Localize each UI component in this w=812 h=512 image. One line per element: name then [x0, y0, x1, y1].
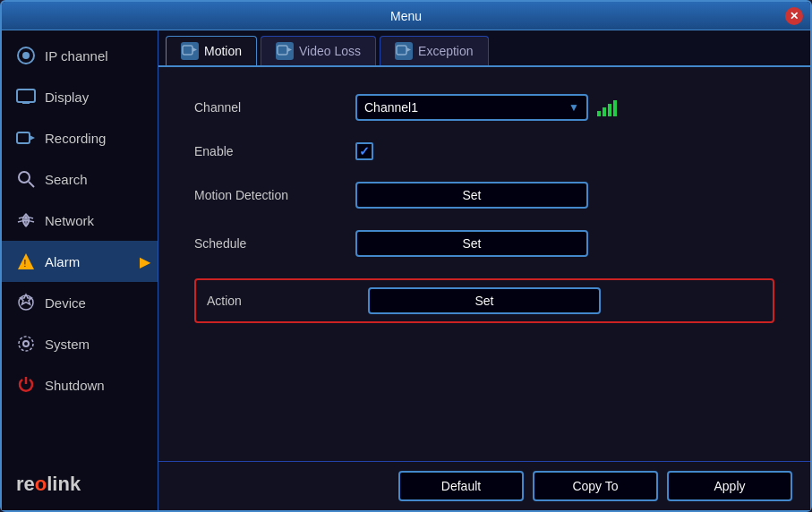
svg-rect-3 — [22, 102, 30, 104]
sidebar-label-recording: Recording — [45, 131, 106, 146]
bar3 — [608, 104, 611, 116]
bar2 — [603, 107, 606, 116]
svg-point-6 — [19, 172, 30, 183]
display-icon — [16, 87, 36, 107]
sidebar-item-ip-channel[interactable]: IP channel — [2, 35, 158, 76]
motion-tab-icon — [181, 42, 199, 60]
channel-row: Channel Channel1 ▼ — [194, 94, 774, 121]
channel-label: Channel — [194, 100, 355, 115]
enable-label: Enable — [194, 144, 355, 158]
action-control: Set — [368, 287, 762, 314]
title-bar: Menu ✕ — [2, 2, 810, 30]
system-icon — [16, 334, 36, 354]
sidebar-item-search[interactable]: Search — [2, 158, 158, 200]
sidebar-label-shutdown: Shutdown — [45, 378, 105, 393]
svg-point-13 — [19, 337, 33, 351]
sidebar-label-system: System — [45, 337, 90, 352]
signal-bars-icon — [597, 98, 617, 116]
motion-detection-control: Set — [355, 182, 774, 209]
schedule-control: Set — [355, 230, 774, 257]
sidebar-item-display[interactable]: Display — [2, 76, 158, 117]
video-loss-tab-icon — [276, 42, 294, 60]
copy-to-button[interactable]: Copy To — [533, 471, 658, 501]
network-icon — [16, 210, 36, 230]
svg-text:!: ! — [24, 259, 27, 269]
search-icon — [16, 169, 36, 189]
copy-to-button-label: Copy To — [572, 479, 618, 493]
bottom-bar: Default Copy To Apply — [158, 461, 810, 510]
window-title: Menu — [390, 9, 422, 23]
tab-exception[interactable]: Exception — [380, 36, 488, 65]
schedule-set-button[interactable]: Set — [355, 230, 588, 257]
tab-motion[interactable]: Motion — [166, 36, 257, 65]
ip-channel-icon — [16, 46, 36, 65]
sidebar-item-device[interactable]: Device — [2, 282, 158, 323]
schedule-label: Schedule — [194, 236, 355, 251]
schedule-row: Schedule Set — [194, 230, 774, 257]
bar1 — [597, 111, 601, 116]
form-content: Channel Channel1 ▼ — [158, 67, 810, 461]
sidebar-label-search: Search — [45, 172, 88, 187]
svg-line-7 — [29, 182, 34, 187]
dropdown-arrow-icon: ▼ — [568, 101, 579, 114]
main-window: Menu ✕ IP channel Display — [0, 0, 812, 512]
svg-point-12 — [23, 341, 29, 346]
exception-tab-icon — [395, 42, 413, 60]
svg-rect-17 — [278, 46, 287, 55]
action-set-button[interactable]: Set — [368, 287, 601, 314]
alarm-icon: ! — [16, 252, 36, 271]
apply-button-label: Apply — [714, 479, 745, 493]
default-button-label: Default — [441, 479, 481, 493]
sidebar-label-ip-channel: IP channel — [45, 48, 108, 64]
enable-row: Enable — [194, 142, 774, 160]
action-row: Action Set — [194, 278, 774, 323]
motion-detection-label: Motion Detection — [194, 188, 355, 202]
device-icon — [16, 293, 36, 312]
action-label: Action — [207, 294, 368, 308]
svg-rect-2 — [17, 90, 35, 102]
channel-dropdown[interactable]: Channel1 ▼ — [355, 94, 588, 121]
tab-video-loss-label: Video Loss — [299, 44, 361, 58]
tabs-bar: Motion Video Loss Exception — [158, 30, 810, 67]
logo-text-link: link — [47, 473, 81, 496]
shutdown-icon — [16, 375, 36, 395]
apply-button[interactable]: Apply — [667, 471, 792, 501]
sidebar-label-network: Network — [45, 213, 94, 228]
tab-motion-label: Motion — [204, 44, 242, 58]
tab-exception-label: Exception — [418, 44, 473, 58]
bar4 — [613, 100, 617, 116]
svg-marker-5 — [30, 135, 35, 141]
action-set-label: Set — [474, 294, 493, 308]
default-button[interactable]: Default — [398, 471, 524, 501]
svg-point-1 — [22, 52, 30, 59]
tab-video-loss[interactable]: Video Loss — [261, 36, 376, 65]
recording-icon — [16, 128, 36, 148]
sidebar: IP channel Display Recording Search — [2, 30, 158, 510]
sidebar-item-recording[interactable]: Recording — [2, 117, 158, 158]
svg-marker-18 — [287, 47, 292, 52]
svg-marker-16 — [192, 47, 197, 52]
sidebar-label-device: Device — [45, 295, 86, 311]
schedule-set-label: Set — [462, 236, 481, 251]
motion-detection-set-label: Set — [462, 188, 481, 202]
motion-detection-row: Motion Detection Set — [194, 182, 774, 209]
motion-detection-set-button[interactable]: Set — [355, 182, 588, 209]
svg-rect-15 — [183, 46, 192, 55]
sidebar-item-network[interactable]: Network — [2, 200, 158, 241]
logo-text-re: re — [16, 473, 35, 496]
sidebar-item-shutdown[interactable]: Shutdown — [2, 364, 158, 405]
channel-control: Channel1 ▼ — [355, 94, 774, 121]
content-area: Motion Video Loss Exception — [158, 30, 810, 510]
close-button[interactable]: ✕ — [785, 7, 803, 25]
reolink-logo: reolink — [2, 458, 158, 510]
svg-rect-4 — [17, 132, 30, 143]
logo-text-o: o — [35, 473, 47, 496]
alarm-arrow-icon: ▶ — [140, 253, 150, 270]
sidebar-item-system[interactable]: System — [2, 323, 158, 364]
sidebar-item-alarm[interactable]: ! Alarm ▶ — [2, 241, 158, 282]
channel-value: Channel1 — [364, 100, 418, 115]
close-icon: ✕ — [790, 10, 799, 22]
enable-checkbox[interactable] — [355, 142, 373, 160]
enable-control — [355, 142, 774, 160]
svg-rect-19 — [397, 46, 406, 55]
